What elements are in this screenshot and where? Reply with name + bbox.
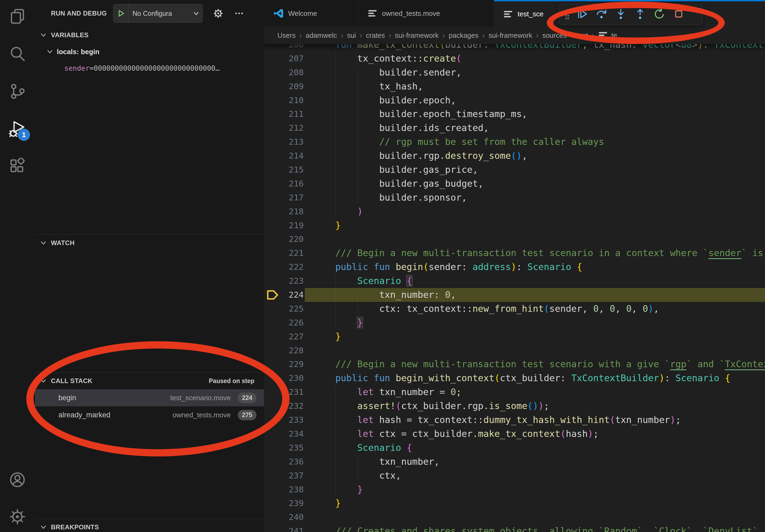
- code-line-223[interactable]: 223 Scenario {: [264, 274, 765, 288]
- code-line-214[interactable]: 214 builder.rgp.destroy_some(),: [264, 149, 765, 163]
- line-number[interactable]: 241: [264, 524, 304, 532]
- code-line-211[interactable]: 211 builder.epoch_timestamp_ms,: [264, 107, 765, 121]
- breadcrumb-item[interactable]: crates: [366, 31, 385, 40]
- line-number[interactable]: 236: [264, 455, 304, 469]
- line-number[interactable]: 233: [264, 413, 304, 427]
- line-number[interactable]: 224: [264, 288, 304, 302]
- line-number[interactable]: 225: [264, 302, 304, 316]
- code-line-213[interactable]: 213 // rgp must be set from the caller a…: [264, 135, 765, 149]
- breadcrumb-item[interactable]: packages: [449, 31, 478, 40]
- line-number[interactable]: 229: [264, 357, 304, 371]
- code-line-218[interactable]: 218 ): [264, 205, 765, 219]
- line-number[interactable]: 214: [264, 149, 304, 163]
- line-number[interactable]: 212: [264, 121, 304, 135]
- code-line-240[interactable]: 240: [264, 510, 765, 524]
- code-line-222[interactable]: 222 public fun begin(sender: address): S…: [264, 260, 765, 274]
- code-line-215[interactable]: 215 builder.gas_price,: [264, 163, 765, 177]
- line-number[interactable]: 207: [264, 52, 304, 66]
- activity-item-source-control[interactable]: [0, 80, 35, 104]
- code-line-209[interactable]: 209 tx_hash,: [264, 80, 765, 94]
- line-number[interactable]: 220: [264, 232, 304, 246]
- code-line-237[interactable]: 237 ctx,: [264, 469, 765, 483]
- code-line-238[interactable]: 238 }: [264, 483, 765, 497]
- line-number[interactable]: 237: [264, 469, 304, 483]
- code-line-224[interactable]: 224 txn_number: 0,: [264, 288, 765, 302]
- line-number[interactable]: 232: [264, 399, 304, 413]
- code-line-217[interactable]: 217 builder.sponsor,: [264, 191, 765, 205]
- code-line-208[interactable]: 208 builder.sender,: [264, 66, 765, 80]
- tab-welcome[interactable]: Welcome: [264, 0, 359, 27]
- code-line-220[interactable]: 220: [264, 232, 765, 246]
- line-number[interactable]: 213: [264, 135, 304, 149]
- code-line-206[interactable]: 206 fun make_tx_context(builder: TxConte…: [264, 44, 765, 52]
- start-debugging-icon[interactable]: [117, 9, 125, 17]
- line-number[interactable]: 217: [264, 191, 304, 205]
- breadcrumb-item[interactable]: sui-framework: [395, 31, 438, 40]
- call-stack-frame[interactable]: already_markedowned_tests.move275: [35, 406, 264, 423]
- line-number[interactable]: 209: [264, 80, 304, 94]
- activity-item-extensions[interactable]: [0, 155, 35, 179]
- activity-item-run-and-debug[interactable]: 1: [0, 117, 35, 141]
- line-number[interactable]: 234: [264, 427, 304, 441]
- code-line-225[interactable]: 225 ctx: tx_context::new_from_hint(sende…: [264, 302, 765, 316]
- continue-button[interactable]: [572, 6, 592, 23]
- line-number[interactable]: 210: [264, 94, 304, 108]
- code-editor[interactable]: 206 fun make_tx_context(builder: TxConte…: [264, 44, 765, 532]
- activity-item-account[interactable]: [0, 468, 35, 492]
- code-line-231[interactable]: 231 let txn_number = 0;: [264, 385, 765, 399]
- line-number[interactable]: 226: [264, 316, 304, 330]
- variables-section-header[interactable]: VARIABLES: [35, 27, 264, 43]
- line-number[interactable]: 239: [264, 496, 304, 510]
- line-number[interactable]: 235: [264, 441, 304, 455]
- breadcrumb-item[interactable]: Users: [278, 31, 296, 40]
- stop-button[interactable]: [669, 6, 688, 23]
- line-number[interactable]: 208: [264, 66, 304, 80]
- breadcrumb-item[interactable]: test: [577, 31, 588, 40]
- more-actions-icon[interactable]: [234, 8, 245, 19]
- line-number[interactable]: 215: [264, 163, 304, 177]
- code-line-239[interactable]: 239 }: [264, 496, 765, 510]
- line-number[interactable]: 222: [264, 260, 304, 274]
- code-line-219[interactable]: 219 }: [264, 219, 765, 232]
- toolbar-drag-handle-icon[interactable]: [564, 8, 570, 21]
- line-number[interactable]: 211: [264, 107, 304, 121]
- activity-item-explorer[interactable]: [0, 5, 35, 29]
- code-line-232[interactable]: 232 assert!(ctx_builder.rgp.is_some());: [264, 399, 765, 413]
- code-line-210[interactable]: 210 builder.epoch,: [264, 94, 765, 108]
- code-line-235[interactable]: 235 Scenario {: [264, 441, 765, 455]
- variable-row[interactable]: sender = 00000000000000000000000000000…: [35, 60, 264, 77]
- code-line-228[interactable]: 228: [264, 344, 765, 358]
- restart-button[interactable]: [650, 6, 669, 23]
- line-number[interactable]: 228: [264, 344, 304, 358]
- code-line-233[interactable]: 233 let hash = tx_context::dummy_tx_hash…: [264, 413, 765, 427]
- variables-scope-row[interactable]: locals: begin: [35, 43, 264, 60]
- breadcrumb-item[interactable]: sui: [347, 31, 356, 40]
- debug-config-dropdown[interactable]: No Configura: [113, 4, 203, 23]
- code-line-221[interactable]: 221 /// Begin a new multi-transaction te…: [264, 246, 765, 260]
- line-number[interactable]: 216: [264, 177, 304, 191]
- line-number[interactable]: 206: [264, 44, 304, 52]
- call-stack-frame[interactable]: begintest_scenario.move224: [35, 389, 264, 406]
- code-line-212[interactable]: 212 builder.ids_created,: [264, 121, 765, 135]
- code-line-229[interactable]: 229 /// Begin a new multi-transaction te…: [264, 357, 765, 371]
- activity-item-settings[interactable]: [0, 505, 35, 529]
- line-number[interactable]: 219: [264, 219, 304, 232]
- breadcrumb-item[interactable]: adamwelc: [306, 31, 337, 40]
- line-number[interactable]: 218: [264, 205, 304, 219]
- code-line-226[interactable]: 226 }: [264, 316, 765, 330]
- watch-section-header[interactable]: WATCH: [35, 235, 264, 251]
- breadcrumb-item[interactable]: sources: [542, 31, 567, 40]
- code-line-236[interactable]: 236 txn_number,: [264, 455, 765, 469]
- line-number[interactable]: 221: [264, 246, 304, 260]
- line-number[interactable]: 240: [264, 510, 304, 524]
- line-number[interactable]: 238: [264, 483, 304, 497]
- line-number[interactable]: 231: [264, 385, 304, 399]
- call-stack-section-header[interactable]: CALL STACK Paused on step: [35, 373, 264, 389]
- activity-item-search[interactable]: [0, 42, 35, 67]
- code-line-241[interactable]: 241 /// Creates and shares system object…: [264, 524, 765, 532]
- breadcrumb-item[interactable]: te: [611, 31, 617, 40]
- breakpoints-section-header[interactable]: BREAKPOINTS: [35, 519, 264, 532]
- step-into-button[interactable]: [611, 6, 630, 23]
- line-number[interactable]: 227: [264, 330, 304, 344]
- step-over-button[interactable]: [592, 6, 611, 23]
